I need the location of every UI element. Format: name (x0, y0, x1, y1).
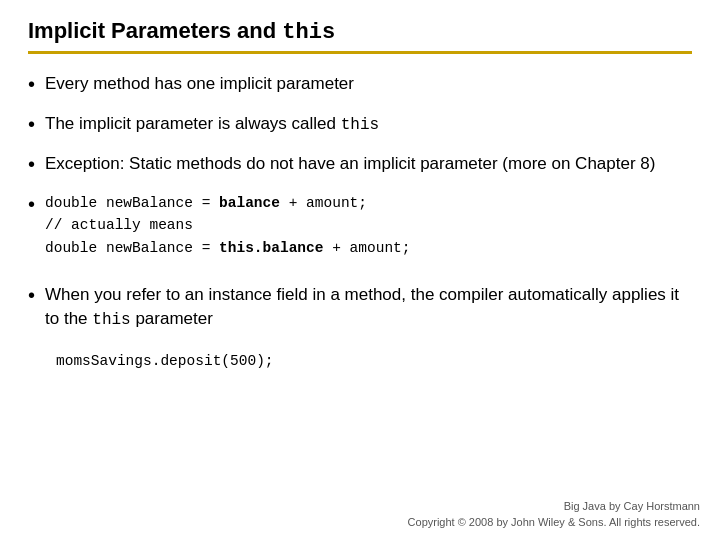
bullet-item-1: • Every method has one implicit paramete… (28, 72, 692, 98)
moms-savings-code: momsSavings.deposit(500); (56, 353, 274, 369)
code-line-3: double newBalance = this.balance + amoun… (45, 237, 410, 259)
code-block: double newBalance = balance + amount; //… (45, 192, 410, 259)
code-bold-balance: balance (219, 195, 280, 211)
bullet-text-5: When you refer to an instance field in a… (45, 283, 692, 331)
bullet5-after: parameter (131, 309, 213, 328)
title-text: Implicit Parameters and (28, 18, 282, 43)
title-code: this (282, 20, 335, 45)
bullet-item-5: • When you refer to an instance field in… (28, 283, 692, 331)
bullet-text-1: Every method has one implicit parameter (45, 72, 354, 96)
slide: Implicit Parameters and this • Every met… (0, 0, 720, 540)
code-line-1: double newBalance = balance + amount; (45, 192, 410, 214)
bullet5-code: this (92, 311, 130, 329)
title-bar: Implicit Parameters and this (28, 18, 692, 54)
bullet-dot-3: • (28, 150, 35, 178)
bullet2-before: The implicit parameter is always called (45, 114, 341, 133)
code-bold-this-balance: this.balance (219, 240, 323, 256)
bullet-dot-5: • (28, 281, 35, 309)
bullet-text-2: The implicit parameter is always called … (45, 112, 379, 136)
bullet2-code: this (341, 116, 379, 134)
bullet-dot-1: • (28, 70, 35, 98)
bullet-dot-4: • (28, 190, 35, 218)
content: • Every method has one implicit paramete… (28, 72, 692, 528)
bullet-item-4: • double newBalance = balance + amount; … (28, 192, 692, 273)
bullet-text-3: Exception: Static methods do not have an… (45, 152, 655, 176)
footer: Big Java by Cay Horstmann Copyright © 20… (408, 499, 700, 530)
moms-savings-block: momsSavings.deposit(500); (56, 350, 692, 372)
footer-line1: Big Java by Cay Horstmann (408, 499, 700, 514)
bullet-item-3: • Exception: Static methods do not have … (28, 152, 692, 178)
bullet-dot-2: • (28, 110, 35, 138)
bullet-item-2: • The implicit parameter is always calle… (28, 112, 692, 138)
footer-line2: Copyright © 2008 by John Wiley & Sons. A… (408, 515, 700, 530)
code-line-2: // actually means (45, 214, 410, 236)
